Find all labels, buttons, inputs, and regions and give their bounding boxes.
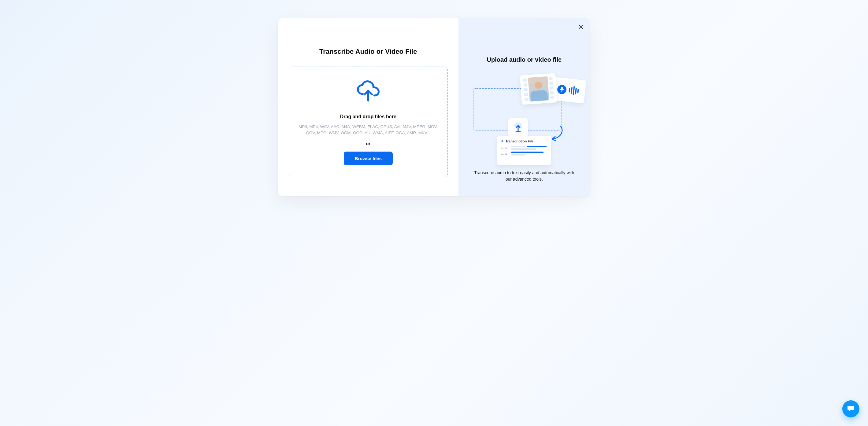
supported-formats: MP3, MP4, WAV, AAC, M4A, WEBM, FLAC, OPU… xyxy=(298,124,439,136)
curved-arrow-icon xyxy=(550,126,564,145)
timestamp: 01:12 xyxy=(501,146,508,150)
transcription-card-title: Transcription File xyxy=(505,139,534,143)
close-icon xyxy=(578,25,583,29)
illus-transcription-card: ✦ Transcription File 01:12 01:13 xyxy=(497,136,551,165)
transcription-row: 01:13 xyxy=(501,152,547,156)
close-button[interactable] xyxy=(577,23,585,31)
browse-files-button[interactable]: Browse files xyxy=(344,152,393,165)
transcription-card-header: ✦ Transcription File xyxy=(501,139,547,143)
chat-bubble-icon xyxy=(847,404,855,414)
sparkle-icon: ✦ xyxy=(501,139,504,143)
cloud-upload-icon xyxy=(356,80,380,104)
info-description: Transcribe audio to text easily and auto… xyxy=(465,170,583,183)
upload-illustration: ✦ Transcription File 01:12 01:13 xyxy=(465,71,583,168)
upload-panel: Transcribe Audio or Video File Drag and … xyxy=(278,18,459,196)
waveform-icon xyxy=(568,86,579,96)
video-thumbnail xyxy=(523,76,554,102)
chat-fab[interactable] xyxy=(842,400,860,418)
illus-upload-box xyxy=(508,118,528,137)
info-panel: Upload audio or video file xyxy=(459,18,590,196)
microphone-icon xyxy=(557,84,567,94)
or-separator: or xyxy=(366,141,370,146)
info-title: Upload audio or video file xyxy=(465,56,583,63)
dropzone-title: Drag and drop files here xyxy=(340,114,396,120)
transcription-row: 01:12 xyxy=(501,146,547,150)
dropzone[interactable]: Drag and drop files here MP3, MP4, WAV, … xyxy=(289,67,447,177)
timestamp: 01:13 xyxy=(501,152,508,155)
video-frame xyxy=(528,76,549,101)
transcribe-modal: Transcribe Audio or Video File Drag and … xyxy=(278,18,590,196)
panel-title: Transcribe Audio or Video File xyxy=(319,48,417,56)
upload-arrow-icon xyxy=(514,122,523,134)
illus-video-card xyxy=(520,73,557,105)
film-strip-right-icon xyxy=(549,76,554,100)
film-strip-left-icon xyxy=(523,78,528,102)
